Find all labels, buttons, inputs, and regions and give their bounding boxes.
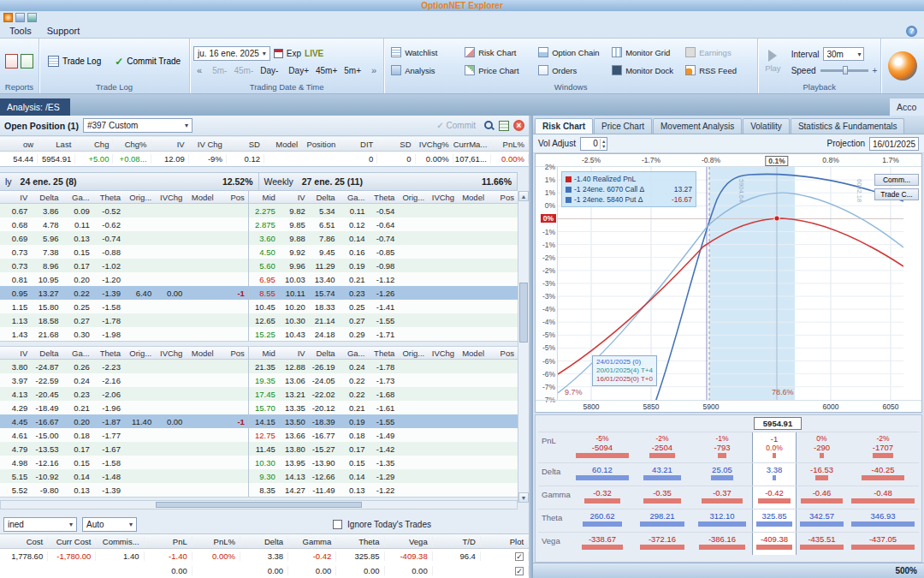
strategy-select[interactable]: #397 Custom ▾ xyxy=(83,118,192,133)
option-row[interactable]: 5.15-10.920.14-1.48 xyxy=(0,469,248,483)
nav-day-button[interactable]: Day+ xyxy=(285,65,312,76)
column-header-iv-chg[interactable]: IV Chg xyxy=(189,140,227,149)
tab-risk-chart[interactable]: Risk Chart xyxy=(535,118,593,134)
column-header-dit[interactable]: DIT xyxy=(340,140,377,149)
option-row[interactable]: 4.79-13.530.17-1.67 xyxy=(0,442,248,456)
scrollbar-thumb[interactable] xyxy=(156,502,362,508)
window-button-analysis[interactable]: Analysis xyxy=(388,63,459,78)
window-button-earnings[interactable]: Earnings xyxy=(682,45,754,60)
column-header-theta[interactable]: Theta xyxy=(336,537,384,546)
column-header-delta[interactable]: Delta xyxy=(31,193,62,202)
chain-vertical-scrollbar[interactable]: ▲ ▼ xyxy=(518,191,529,503)
close-position-icon[interactable]: × xyxy=(513,120,524,131)
option-row[interactable]: 1.4321.680.30-1.98 xyxy=(0,327,248,341)
option-row[interactable]: 2.2759.825.340.11-0.54 xyxy=(249,204,518,217)
column-header-delta[interactable]: Delta xyxy=(240,537,288,546)
auto-select[interactable]: Auto ▾ xyxy=(82,517,137,532)
trade-log-button[interactable]: Trade Log xyxy=(43,52,106,70)
option-row[interactable]: 15.2510.4324.180.29-1.71 xyxy=(249,327,518,341)
option-row[interactable]: 10.3013.95-13.900.15-1.35 xyxy=(249,456,518,469)
option-row[interactable]: 9.3014.13-12.660.14-1.29 xyxy=(249,469,518,483)
option-row[interactable]: 14.1513.50-18.390.19-1.55 xyxy=(249,414,518,428)
option-row[interactable]: 12.6510.3021.140.27-1.55 xyxy=(249,313,518,327)
column-header-orig[interactable]: Orig... xyxy=(398,193,428,202)
column-header-ow[interactable]: ow xyxy=(0,140,38,149)
search-icon[interactable] xyxy=(483,120,495,131)
menu-support[interactable]: Support xyxy=(39,25,88,37)
option-row[interactable]: 1.1318.580.27-1.78 xyxy=(0,313,248,327)
column-header-chg[interactable]: Chg xyxy=(75,140,113,149)
column-header-iv[interactable]: IV xyxy=(151,140,189,149)
plot-checkbox[interactable]: ✓ xyxy=(515,552,524,561)
interval-select[interactable]: 30m ▾ xyxy=(823,47,864,61)
ignore-todays-trades-checkbox[interactable] xyxy=(333,520,342,529)
commit-trade-button[interactable]: Commit Trade xyxy=(110,52,186,71)
pnl-mode-select[interactable]: ined ▾ xyxy=(3,517,77,532)
plot-checkbox[interactable]: ✓ xyxy=(515,567,524,575)
column-header-pos[interactable]: Pos xyxy=(488,349,518,358)
column-header-last[interactable]: Last xyxy=(38,140,75,149)
expiration-header-left[interactable]: ly 24 ene. 25 (8) 12.52% xyxy=(0,173,258,190)
option-row[interactable]: 5.52-9.800.13-1.39 xyxy=(0,483,248,497)
option-row[interactable]: 21.3512.88-26.190.24-1.78 xyxy=(249,360,518,373)
option-row[interactable]: 17.4513.21-22.020.22-1.68 xyxy=(249,387,518,401)
option-row[interactable]: 11.4513.80-15.270.17-1.42 xyxy=(249,442,518,456)
option-row[interactable]: 3.80-24.870.26-2.23 xyxy=(0,360,248,373)
tab-movement-analysis[interactable]: Movement Analysis xyxy=(653,118,742,134)
column-header-pnl[interactable]: PnL% xyxy=(192,537,240,546)
pdf-report-icon[interactable] xyxy=(5,54,18,69)
totals-table-row[interactable]: 0.000.000.000.000.00✓ xyxy=(0,563,529,578)
option-row[interactable]: 10.4510.2018.330.25-1.41 xyxy=(249,300,518,313)
option-row[interactable]: 0.673.860.09-0.52 xyxy=(0,204,248,217)
column-header-model[interactable]: Model xyxy=(186,193,216,202)
vol-adjust-spinner[interactable]: 0 ▲▼ xyxy=(580,137,607,151)
option-row[interactable]: 0.9513.270.22-1.396.400.00-1 xyxy=(0,286,248,300)
tab-account-partial[interactable]: Acco xyxy=(890,98,924,116)
column-header-iv[interactable]: IV xyxy=(0,193,31,202)
option-row[interactable]: 2.8759.856.510.12-0.64 xyxy=(249,217,518,231)
slider-thumb[interactable] xyxy=(843,66,848,74)
column-header-cost[interactable]: Cost xyxy=(0,537,48,546)
tab-volatility[interactable]: Volatility xyxy=(743,118,790,134)
column-header-vega[interactable]: Vega xyxy=(385,537,433,546)
open-icon[interactable] xyxy=(27,13,37,22)
fast-forward-button[interactable]: » xyxy=(368,64,380,76)
date-dropdown-arrow-icon[interactable]: ▾ xyxy=(263,50,266,57)
excel-report-icon[interactable] xyxy=(21,54,33,69)
column-header-mid[interactable]: Mid xyxy=(249,349,279,358)
chain-horizontal-scrollbar[interactable] xyxy=(0,500,518,509)
column-header-theta[interactable]: Theta xyxy=(93,349,124,358)
column-header-currma[interactable]: CurrMa... xyxy=(453,140,491,149)
column-header-mid[interactable]: Mid xyxy=(249,193,279,202)
column-header-model[interactable]: Model xyxy=(186,349,216,358)
window-button-orders[interactable]: Orders xyxy=(535,63,607,78)
column-header-ivchg[interactable]: IVChg xyxy=(155,193,186,202)
option-row[interactable]: 4.98-12.160.15-1.58 xyxy=(0,456,248,469)
totals-table-row[interactable]: 1,778.60-1,780.001.40-1.400.00%3.38-0.42… xyxy=(0,549,529,563)
option-row[interactable]: 4.509.929.450.16-0.85 xyxy=(249,245,518,259)
option-row[interactable]: 0.738.960.17-1.02 xyxy=(0,259,248,272)
column-header-delta[interactable]: Delta xyxy=(309,349,339,358)
option-row[interactable]: 0.684.780.11-0.62 xyxy=(0,217,248,231)
column-header-ivchg[interactable]: IVChg xyxy=(428,349,458,358)
column-header-theta[interactable]: Theta xyxy=(93,193,124,202)
nav-45m-button[interactable]: 45m- xyxy=(230,65,257,76)
window-button-monitor-dock[interactable]: Monitor Dock xyxy=(608,63,680,78)
play-button[interactable]: Play xyxy=(761,50,784,73)
option-row[interactable]: 19.3513.06-24.050.22-1.73 xyxy=(249,373,518,387)
speed-slider[interactable] xyxy=(820,65,868,75)
window-button-rss-feed[interactable]: RSS Feed xyxy=(682,63,754,78)
nav-5m-button[interactable]: 5m+ xyxy=(341,65,364,76)
column-header-commis[interactable]: Commis... xyxy=(96,537,144,546)
window-button-option-chain[interactable]: Option Chain xyxy=(535,45,607,60)
save-icon[interactable] xyxy=(15,13,25,22)
commit-button[interactable]: ✓ Commit xyxy=(433,120,479,131)
option-row[interactable]: 0.8110.950.20-1.20 xyxy=(0,272,248,286)
position-table-row[interactable]: 54.445954.91+5.00+0.08...12.09-9%0.12000… xyxy=(0,152,529,166)
nav-45m-button[interactable]: 45m+ xyxy=(312,65,341,76)
option-row[interactable]: 8.3514.27-11.490.13-1.22 xyxy=(249,483,518,497)
option-row[interactable]: 4.61-15.000.18-1.77 xyxy=(0,428,248,442)
column-header-pos[interactable]: Pos xyxy=(217,349,248,358)
column-header-t-d[interactable]: T/D xyxy=(433,537,481,546)
column-header-ivchg[interactable]: IVChg xyxy=(155,349,186,358)
